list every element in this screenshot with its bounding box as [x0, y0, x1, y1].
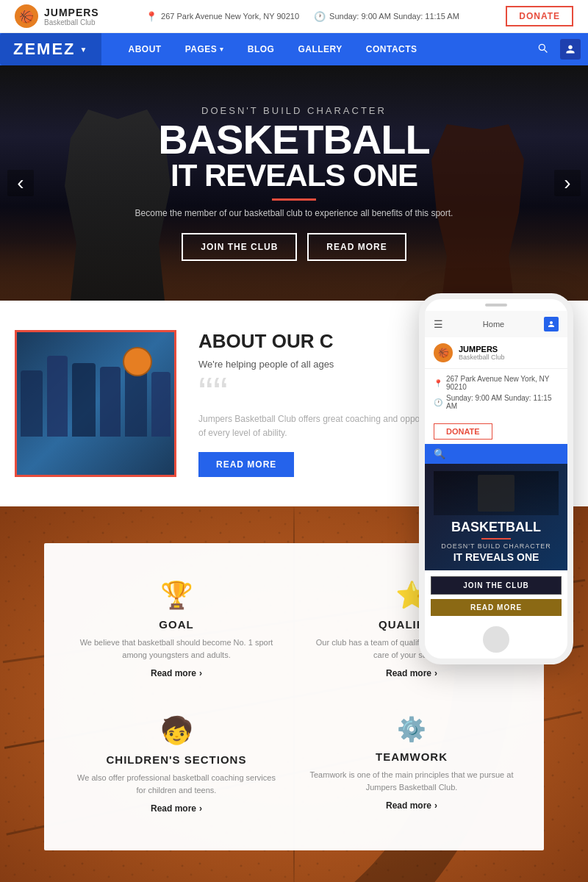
- mobile-hours-row: 🕐 Sunday: 9:00 AM Sunday: 11:15 AM: [434, 394, 559, 410]
- mobile-address-row: 📍 267 Park Avenue New York, NY 90210: [434, 375, 559, 391]
- hero-next-arrow[interactable]: ›: [554, 170, 581, 196]
- brand-text: JUMPERS Basketball Club: [44, 7, 99, 26]
- mobile-logo-text: JUMPERS Basketball Club: [459, 345, 505, 361]
- brand-name: JUMPERS: [44, 7, 99, 18]
- mobile-logo-icon: 🏀: [434, 343, 453, 362]
- hero-description: Become the member of our basketball club…: [135, 208, 453, 218]
- mobile-home-button[interactable]: [483, 626, 509, 653]
- hero-subtitle: DOESN'T BUILD CHARACTER: [135, 105, 453, 116]
- feature-goal-title: GOAL: [74, 618, 279, 631]
- mobile-contact-info: 📍 267 Park Avenue New York, NY 90210 🕐 S…: [425, 369, 567, 419]
- hero-title-sub: IT REVEALS ONE: [135, 160, 453, 191]
- brand-logo-icon: 🏀: [15, 4, 38, 28]
- mobile-address: 267 Park Avenue New York, NY 90210: [446, 375, 559, 391]
- child-icon: 🧒: [74, 715, 279, 746]
- join-club-button[interactable]: JOIN THE CLUB: [182, 233, 297, 261]
- mobile-menu-icon[interactable]: ☰: [434, 318, 443, 330]
- feature-teamwork-desc: Teamwork is one of the main principles t…: [309, 769, 514, 793]
- contact-info: 📍 267 Park Avenue New York, NY 90210 🕐 S…: [146, 11, 459, 22]
- hero-prev-arrow[interactable]: ‹: [7, 170, 34, 196]
- mobile-user-icon[interactable]: [544, 317, 559, 331]
- feature-goal-read-more[interactable]: Read more ›: [74, 668, 279, 678]
- hero-section: DOESN'T BUILD CHARACTER BASKETBALL IT RE…: [0, 65, 588, 301]
- clock-icon: 🕐: [314, 11, 326, 22]
- hours-item: 🕐 Sunday: 9:00 AM Sunday: 11:15 AM: [314, 11, 459, 22]
- mobile-hero-sub2: IT REVEALS ONE: [434, 551, 559, 563]
- mobile-search-icon[interactable]: 🔍: [434, 448, 445, 459]
- nav-blog[interactable]: BLOG: [236, 33, 287, 65]
- hero-content: DOESN'T BUILD CHARACTER BASKETBALL IT RE…: [135, 105, 453, 261]
- mobile-brand-name: JUMPERS: [459, 345, 505, 354]
- feature-children-desc: We also offer professional basketball co…: [74, 772, 279, 796]
- address-item: 📍 267 Park Avenue New York, NY 90210: [146, 11, 299, 22]
- mobile-hours: Sunday: 9:00 AM Sunday: 11:15 AM: [446, 394, 559, 410]
- mobile-join-button[interactable]: JOIN THE CLUB: [431, 576, 562, 595]
- mobile-clock-icon: 🕐: [434, 398, 442, 406]
- mobile-top-bar: ☰ Home: [425, 311, 567, 337]
- mobile-donate-button[interactable]: DONATE: [434, 423, 492, 440]
- about-read-more-button[interactable]: READ MORE: [198, 452, 294, 477]
- hero-buttons: JOIN THE CLUB READ MORE: [135, 233, 453, 261]
- top-bar: 🏀 JUMPERS Basketball Club 📍 267 Park Ave…: [0, 0, 588, 33]
- mobile-search-bar: 🔍: [425, 444, 567, 464]
- teamwork-icon: ⚙️: [309, 715, 514, 743]
- nav-gallery[interactable]: GALLERY: [286, 33, 354, 65]
- brand-logo: 🏀 JUMPERS Basketball Club: [15, 4, 99, 28]
- mobile-read-more-button[interactable]: READ MORE: [431, 599, 562, 616]
- feature-goal-desc: We believe that basketball should become…: [74, 637, 279, 661]
- feature-children: 🧒 CHILDREN'S SECTIONS We also offer prof…: [66, 708, 287, 821]
- mobile-hero-section: BASKETBALL DOESN'T BUILD CHARACTER IT RE…: [425, 464, 567, 570]
- hero-title: BASKETBALL: [135, 119, 453, 160]
- donate-button[interactable]: DONATE: [506, 6, 573, 26]
- feature-goal: 🏆 GOAL We believe that basketball should…: [66, 573, 287, 686]
- nav-contacts[interactable]: CONTACTS: [354, 33, 429, 65]
- feature-teamwork-read-more[interactable]: Read more ›: [309, 800, 514, 811]
- hero-read-more-button[interactable]: READ MORE: [307, 233, 406, 261]
- nav-bar: ZEMEZ ABOUT PAGES▾ BLOG GALLERY CONTACTS: [0, 33, 588, 65]
- mobile-hero-sub: DOESN'T BUILD CHARACTER: [434, 542, 559, 550]
- address-text: 267 Park Avenue New York, NY 90210: [161, 12, 299, 21]
- brand-sub: Basketball Club: [44, 18, 99, 26]
- nav-about[interactable]: ABOUT: [116, 33, 173, 65]
- about-image-placeholder: [17, 332, 174, 475]
- nav-pages[interactable]: PAGES▾: [173, 33, 236, 65]
- feature-qualified-read-more[interactable]: Read more ›: [309, 668, 514, 678]
- about-section: ABOUT OUR C We're helping people of all …: [0, 301, 588, 506]
- feature-children-read-more[interactable]: Read more ›: [74, 803, 279, 814]
- search-icon[interactable]: [537, 42, 560, 57]
- zemez-logo[interactable]: ZEMEZ: [0, 33, 101, 65]
- mobile-logo-row: 🏀 JUMPERS Basketball Club: [425, 337, 567, 369]
- user-icon[interactable]: [560, 39, 581, 60]
- about-image: [15, 330, 176, 477]
- trophy-icon: 🏆: [74, 580, 279, 611]
- feature-teamwork: ⚙️ TEAMWORK Teamwork is one of the main …: [301, 708, 522, 821]
- mobile-red-line: [481, 538, 511, 539]
- mobile-pin-icon: 📍: [434, 379, 442, 387]
- hero-red-line: [272, 198, 316, 201]
- mobile-brand-sub: Basketball Club: [459, 354, 505, 361]
- feature-children-title: CHILDREN'S SECTIONS: [74, 753, 279, 766]
- mobile-home-label: Home: [483, 320, 504, 329]
- feature-teamwork-title: TEAMWORK: [309, 750, 514, 763]
- pin-icon: 📍: [146, 11, 157, 22]
- hours-text: Sunday: 9:00 AM Sunday: 11:15 AM: [329, 12, 459, 21]
- mobile-hero-title: BASKETBALL: [434, 520, 559, 535]
- mobile-mockup: ☰ Home 🏀 JUMPERS Basketball Club 📍 267 P…: [419, 293, 573, 664]
- mobile-buttons: JOIN THE CLUB READ MORE: [425, 570, 567, 620]
- nav-links: ABOUT PAGES▾ BLOG GALLERY CONTACTS: [101, 33, 537, 65]
